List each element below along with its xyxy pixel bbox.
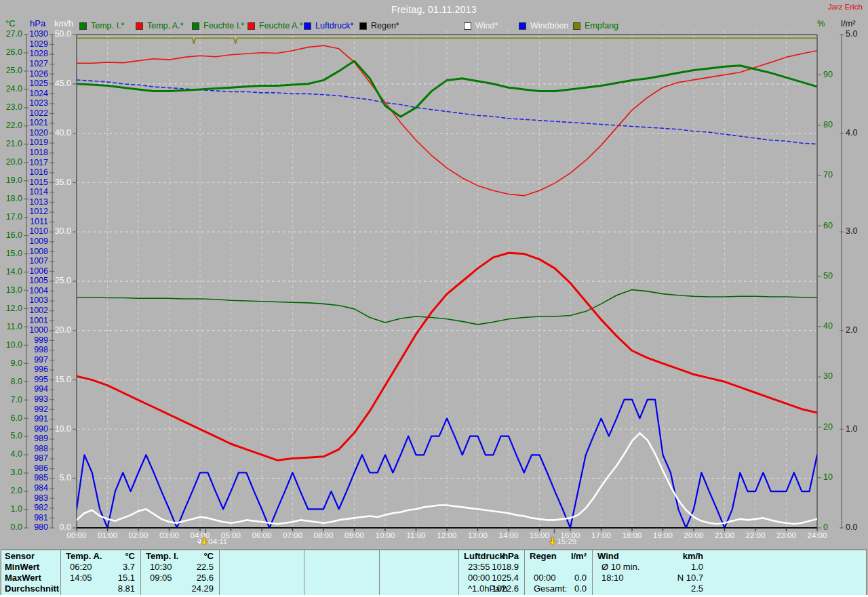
axis-tick-label: 10.0 bbox=[6, 340, 22, 350]
axis-tick-label: 1020 bbox=[29, 128, 48, 138]
table-cell: °C bbox=[140, 551, 214, 562]
table-cell: Sensor bbox=[5, 551, 35, 562]
axis-tick-label: 80 bbox=[823, 120, 833, 129]
x-axis-label: 11:00 bbox=[407, 531, 426, 539]
axis-tick-label: 1021 bbox=[29, 118, 48, 127]
x-axis-label: 06:00 bbox=[252, 531, 272, 539]
x-axis-label: 22:00 bbox=[746, 531, 766, 539]
axis-tick-label: 12.0 bbox=[6, 304, 22, 313]
marker-label: 04:11 bbox=[208, 537, 227, 545]
axis-tick-label: 15.0 bbox=[6, 249, 22, 258]
axis-tick-label: 25.0 bbox=[55, 276, 71, 285]
axis-tick-label: 1011 bbox=[30, 217, 48, 226]
table-separator bbox=[1, 550, 1, 595]
axis-tick-label: 981 bbox=[34, 513, 48, 522]
table-cell: 2.5 bbox=[592, 583, 703, 594]
axis-tick-label: 986 bbox=[34, 464, 48, 473]
axis-tick-label: 25.0 bbox=[6, 66, 22, 75]
axis-tick-label: 60 bbox=[823, 221, 833, 230]
axis-tick-label: 30 bbox=[823, 371, 833, 381]
axis-tick-label: 1004 bbox=[29, 286, 48, 295]
axis-tick-label: 1014 bbox=[29, 187, 48, 197]
axis-tick-label: 26.0 bbox=[6, 47, 22, 57]
x-axis-label: 24:00 bbox=[808, 531, 827, 539]
axis-tick-label: 10 bbox=[823, 472, 833, 482]
axis-tick-label: 5.0 bbox=[846, 29, 857, 39]
axis-tick-label: 11.0 bbox=[7, 322, 22, 331]
x-axis-label: 08:00 bbox=[314, 531, 334, 539]
axis-tick-label: 988 bbox=[34, 444, 48, 453]
axis-tick-label: 35.0 bbox=[55, 178, 71, 187]
axis-tick-label: 995 bbox=[34, 375, 48, 384]
x-axis-label: 07:00 bbox=[283, 531, 302, 539]
axis-tick-label: 990 bbox=[34, 424, 48, 434]
x-axis-label: 09:00 bbox=[344, 531, 364, 539]
axis-tick-label: 992 bbox=[34, 405, 48, 414]
axis-tick-label: 40.0 bbox=[55, 128, 71, 138]
axis-tick-label: 8.0 bbox=[11, 377, 22, 386]
table-cell: hPa bbox=[458, 551, 519, 562]
table-separator bbox=[304, 550, 304, 595]
table-cell: 0.0 bbox=[524, 583, 587, 594]
table-separator bbox=[219, 550, 220, 595]
axis-tick-label: 20.0 bbox=[55, 325, 71, 335]
x-axis-label: 01:00 bbox=[98, 531, 117, 539]
axis-tick-label: 1008 bbox=[29, 247, 48, 256]
axis-tick-label: 30.0 bbox=[55, 226, 71, 236]
axis-tick-label: 1005 bbox=[29, 276, 48, 285]
gridlines bbox=[26, 30, 842, 528]
axis-tick-label: 1019 bbox=[29, 138, 48, 147]
axis-tick-label: 20.0 bbox=[6, 157, 22, 167]
x-axis-label: 20:00 bbox=[684, 531, 704, 539]
axis-tick-label: 10.0 bbox=[55, 424, 71, 434]
x-axis-label: 13:00 bbox=[468, 531, 488, 539]
weather-chart: 27.026.025.024.023.022.021.020.019.018.0… bbox=[0, 0, 868, 597]
axis-tick-label: 980 bbox=[34, 522, 48, 532]
table-cell: 1022.6 bbox=[458, 583, 519, 594]
table-cell: km/h bbox=[592, 551, 703, 562]
axis-tick-label: 1.0 bbox=[846, 424, 857, 434]
table-cell: 0.0 bbox=[524, 573, 587, 583]
x-axis-label: 15:00 bbox=[530, 531, 549, 539]
weather-app-window: Freitag, 01.11.2013 Jarz Erich °C hPa km… bbox=[0, 0, 868, 597]
axis-tick-label: 1018 bbox=[29, 148, 48, 157]
axis-tick-label: 987 bbox=[34, 453, 48, 463]
axis-tick-label: 22.0 bbox=[6, 121, 22, 130]
table-cell: °C bbox=[60, 551, 135, 562]
axis-tick-label: 1.0 bbox=[11, 504, 22, 514]
marker-icon bbox=[549, 537, 555, 545]
axis-tick-label: 14.0 bbox=[6, 267, 22, 276]
axis-tick-label: 991 bbox=[34, 414, 48, 424]
axis-tick-label: 50 bbox=[823, 271, 833, 281]
table-cell: 25.6 bbox=[140, 573, 214, 583]
x-axis-label: 21:00 bbox=[715, 531, 734, 539]
axis-tick-label: 1015 bbox=[29, 178, 48, 187]
x-axis-label: 18:00 bbox=[623, 531, 642, 539]
axis-tick-label: 45.0 bbox=[55, 79, 71, 88]
table-cell: MinWert bbox=[5, 562, 39, 573]
axis-tick-label: 24.0 bbox=[6, 84, 22, 94]
axis-tick-label: 1024 bbox=[29, 89, 48, 98]
x-axis-label: 02:00 bbox=[129, 531, 149, 539]
axis-tick-label: 1017 bbox=[29, 158, 48, 167]
axis-tick-label: 1009 bbox=[29, 236, 48, 246]
table-cell: 8.81 bbox=[60, 583, 135, 594]
axis-tick-label: 1027 bbox=[29, 59, 48, 68]
table-cell: 1025.4 bbox=[458, 573, 519, 583]
axis-tick-label: 4.0 bbox=[846, 128, 857, 138]
x-axis-label: 17:00 bbox=[591, 531, 611, 539]
axis-tick-label: 982 bbox=[34, 503, 48, 512]
axis-tick-label: 27.0 bbox=[6, 29, 22, 39]
axis-tick-label: 984 bbox=[34, 483, 48, 493]
table-cell: 1018.9 bbox=[458, 562, 519, 573]
axis-tick-label: 23.0 bbox=[6, 102, 22, 112]
axis-tick-label: 4.0 bbox=[11, 449, 22, 459]
axis-tick-label: 999 bbox=[34, 335, 48, 345]
axis-tick-label: 1000 bbox=[29, 325, 48, 335]
axis-tick-label: 40 bbox=[823, 321, 833, 331]
table-cell: 24.29 bbox=[140, 583, 214, 594]
table-separator bbox=[379, 550, 380, 595]
axis-tick-label: 2.0 bbox=[11, 486, 22, 495]
axis-tick-label: 90 bbox=[823, 70, 833, 79]
table-cell: 3.7 bbox=[60, 562, 135, 573]
